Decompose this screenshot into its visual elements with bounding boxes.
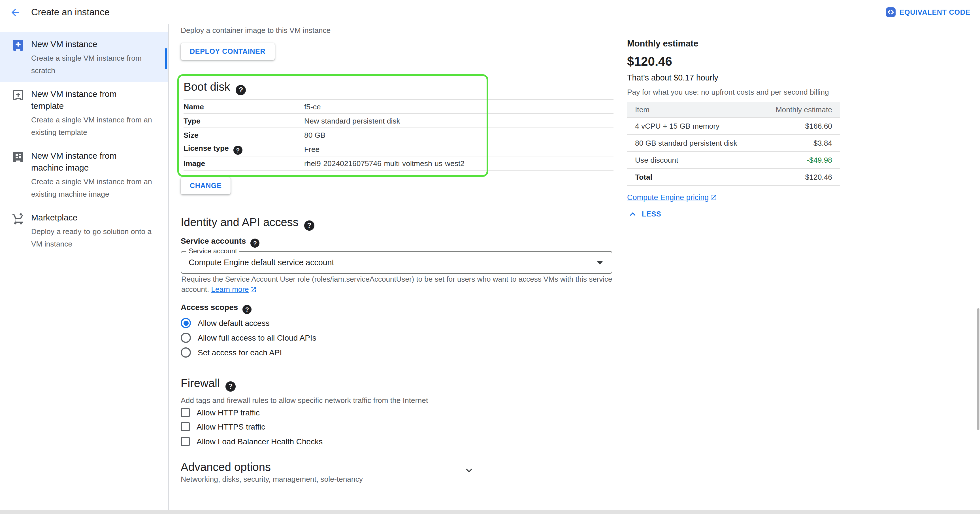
sidebar-item-desc: Deploy a ready-to-go solution onto a VM …: [31, 226, 160, 250]
value-cell: $3.84: [759, 135, 840, 151]
firewall-title: Firewall: [181, 376, 235, 391]
item-cell: 80 GB standard persistent disk: [627, 135, 759, 151]
sidebar-scroll-indicator[interactable]: [165, 48, 167, 69]
checkbox-allow-https[interactable]: Allow HTTPS traffic: [181, 422, 265, 431]
boot-disk-row-image: Image rhel9-20240216075746-multi-voltmes…: [183, 156, 614, 170]
equivalent-code-label: EQUIVALENT CODE: [900, 8, 970, 16]
service-account-select[interactable]: Service account Compute Engine default s…: [181, 251, 612, 274]
row-value: Free: [304, 145, 320, 153]
help-icon[interactable]: [250, 239, 259, 248]
dropdown-arrow-icon: [597, 261, 603, 265]
help-icon[interactable]: [233, 145, 242, 154]
chevron-up-icon: [627, 208, 638, 220]
sidebar-item-desc: Create a single VM instance from an exis…: [31, 114, 160, 138]
radio-icon: [181, 333, 191, 343]
value-cell: -$49.98: [759, 151, 840, 169]
external-link-icon: [250, 286, 257, 293]
less-toggle[interactable]: LESS: [627, 208, 661, 220]
row-label: Name: [183, 102, 304, 111]
checkbox-label: Allow HTTPS traffic: [197, 422, 265, 431]
value-cell: $166.60: [759, 118, 840, 135]
estimate-row: 4 vCPU + 15 GB memory $166.60: [627, 118, 840, 135]
machine-image-icon: [11, 150, 25, 164]
boot-disk-table: Name f5-ce Type New standard persistent …: [183, 99, 614, 170]
help-icon[interactable]: [226, 381, 235, 391]
checkbox-icon: [181, 422, 190, 431]
item-cell: 4 vCPU + 15 GB memory: [627, 118, 759, 135]
checkbox-label: Allow Load Balancer Health Checks: [197, 437, 323, 446]
radio-allow-default-access[interactable]: Allow default access: [181, 318, 270, 328]
select-value: Compute Engine default service account: [189, 251, 334, 273]
estimate-row-total: Total $120.46: [627, 169, 840, 186]
radio-set-access-each-api[interactable]: Set access for each API: [181, 347, 282, 358]
item-cell: Total: [627, 169, 759, 186]
equivalent-code-button[interactable]: EQUIVALENT CODE: [886, 0, 970, 24]
sidebar-item-new-vm-from-template[interactable]: New VM instance from template Create a s…: [0, 82, 168, 144]
boot-disk-row-type: Type New standard persistent disk: [183, 113, 614, 127]
row-value: New standard persistent disk: [304, 116, 400, 125]
page-title: Create an instance: [31, 0, 110, 24]
pricing-link[interactable]: Compute Engine pricing: [627, 193, 709, 202]
radio-selected-icon: [181, 318, 191, 328]
estimate-row-discount: Use discount -$49.98: [627, 151, 840, 169]
sidebar-item-marketplace[interactable]: Marketplace Deploy a ready-to-go solutio…: [0, 206, 168, 256]
arrow-back-icon: [10, 7, 21, 18]
row-value: 80 GB: [304, 130, 325, 139]
checkbox-label: Allow HTTP traffic: [197, 408, 260, 417]
sidebar-item-title: New VM instance from template: [31, 88, 147, 111]
horizontal-scrollbar-track[interactable]: [0, 510, 980, 514]
main-form: Deploy a container image to this VM inst…: [169, 24, 980, 510]
instance-type-sidebar: New VM instance Create a single VM insta…: [0, 24, 169, 510]
top-app-bar: Create an instance EQUIVALENT CODE: [0, 0, 980, 25]
row-label: Size: [183, 130, 304, 139]
firewall-desc: Add tags and firewall rules to allow spe…: [181, 396, 428, 405]
col-monthly-estimate: Monthly estimate: [759, 102, 840, 118]
checkbox-allow-lb-health-checks[interactable]: Allow Load Balancer Health Checks: [181, 437, 323, 446]
vm-plus-icon: [11, 38, 25, 52]
estimate-title: Monthly estimate: [627, 38, 698, 49]
vm-template-icon: [11, 88, 25, 102]
help-icon[interactable]: [304, 220, 314, 231]
checkbox-allow-http[interactable]: Allow HTTP traffic: [181, 408, 260, 417]
boot-disk-row-size: Size 80 GB: [183, 127, 614, 142]
sidebar-item-desc: Create a single VM instance from scratch: [31, 52, 160, 76]
radio-label: Set access for each API: [198, 348, 282, 357]
estimate-row: 80 GB standard persistent disk $3.84: [627, 135, 840, 151]
vertical-scrollbar-thumb[interactable]: [977, 308, 980, 430]
create-instance-page: Create an instance EQUIVALENT CODE New V…: [0, 0, 980, 514]
col-item: Item: [627, 102, 759, 118]
estimate-table: Item Monthly estimate 4 vCPU + 15 GB mem…: [627, 102, 840, 186]
sidebar-item-new-vm-from-machine-image[interactable]: New VM instance from machine image Creat…: [0, 144, 168, 206]
checkbox-icon: [181, 408, 190, 417]
boot-disk-title: Boot disk: [183, 80, 246, 95]
row-label: License type: [183, 144, 304, 154]
compute-engine-pricing-link-row: Compute Engine pricing: [627, 193, 717, 202]
estimate-amount: $120.46: [627, 54, 672, 70]
boot-disk-row-name: Name f5-ce: [183, 99, 614, 113]
checkbox-icon: [181, 437, 190, 446]
help-icon[interactable]: [236, 85, 246, 95]
advanced-options-subtitle: Networking, disks, security, management,…: [181, 475, 363, 484]
learn-more-link[interactable]: Learn more: [211, 285, 249, 293]
back-button[interactable]: [8, 6, 22, 19]
change-boot-disk-button[interactable]: CHANGE: [181, 177, 231, 194]
radio-allow-full-access[interactable]: Allow full access to all Cloud APIs: [181, 333, 317, 343]
deploy-container-button[interactable]: DEPLOY CONTAINER: [181, 43, 274, 60]
row-label: Type: [183, 116, 304, 125]
chevron-down-icon[interactable]: [463, 464, 475, 477]
service-accounts-label: Service accounts: [181, 236, 259, 248]
sidebar-item-desc: Create a single VM instance from an exis…: [31, 176, 160, 200]
estimate-header-row: Item Monthly estimate: [627, 102, 840, 118]
sidebar-item-title: Marketplace: [31, 212, 147, 223]
estimate-hourly: That's about $0.17 hourly: [627, 73, 718, 82]
sidebar-item-title: New VM instance: [31, 38, 147, 50]
less-label: LESS: [642, 210, 661, 218]
advanced-options-title: Advanced options: [181, 459, 271, 475]
item-cell: Use discount: [627, 151, 759, 169]
estimate-pay-note: Pay for what you use: no upfront costs a…: [627, 88, 829, 96]
sidebar-item-new-vm-instance[interactable]: New VM instance Create a single VM insta…: [0, 32, 168, 82]
help-icon[interactable]: [242, 305, 251, 314]
row-label: Image: [183, 159, 304, 167]
code-icon: [886, 7, 896, 17]
external-link-icon: [710, 194, 717, 201]
